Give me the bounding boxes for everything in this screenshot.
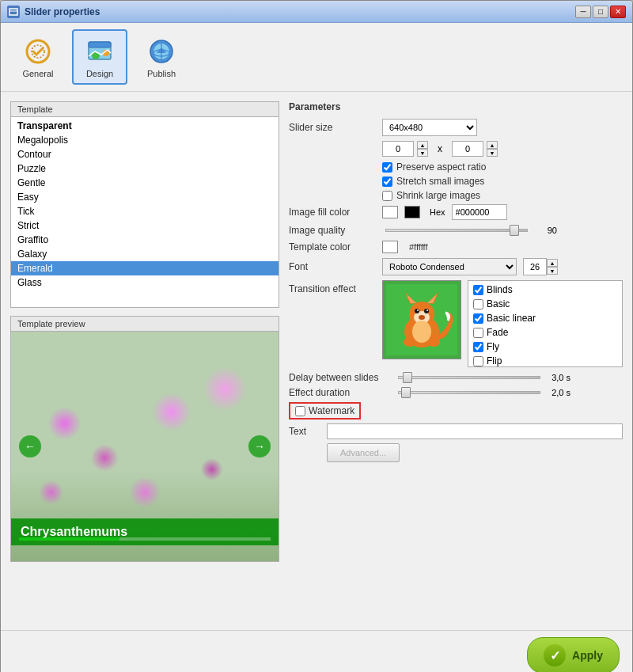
image-quality-value: 90 [537,226,557,235]
text-input[interactable] [327,423,623,439]
transition-fly-checkbox[interactable] [473,342,483,352]
list-item[interactable]: Strict [11,218,279,233]
general-tab[interactable]: General [10,29,66,85]
image-fill-color-row: Image fill color Hex [289,204,623,220]
progress-bar-track [19,537,271,541]
preserve-aspect-label: Preserve aspect ratio [396,161,486,173]
transition-item-basic-linear: Basic linear [470,311,620,325]
design-icon [84,36,116,67]
image-fill-color-swatch-black[interactable] [404,206,420,218]
apply-check-icon: ✓ [544,644,566,666]
dimensions-x-separator: x [434,143,445,154]
delay-slides-thumb[interactable] [403,372,412,383]
image-quality-row: Image quality 90 [289,225,623,236]
toolbar: General Design [1,23,632,92]
height-input[interactable]: 0 [452,141,483,157]
slider-size-row: Slider size 640x480 800x600 1024x768 Cus… [289,119,623,136]
transition-basic-checkbox[interactable] [473,299,483,309]
list-item[interactable]: Glass [11,275,279,290]
transition-fade-label: Fade [487,327,508,338]
font-size-increment-button[interactable]: ▲ [547,259,558,267]
font-size-spinner-btns: ▲ ▼ [547,259,558,275]
transition-item-fade: Fade [470,325,620,340]
delay-slides-slider[interactable] [398,376,540,379]
apply-button[interactable]: ✓ Apply [527,637,620,672]
transition-basic-linear-label: Basic linear [487,313,536,324]
stretch-small-label: Stretch small images [396,176,484,187]
svg-rect-0 [9,9,17,15]
height-increment-button[interactable]: ▲ [487,141,498,149]
list-item[interactable]: Tick [11,204,279,218]
publish-label: Publish [147,69,176,78]
prev-slide-button[interactable]: ← [19,435,41,457]
transition-item-flip: Flip [470,354,620,367]
text-row: Text [289,423,623,439]
width-increment-button[interactable]: ▲ [417,141,428,149]
template-panel: Template Transparent Megalopolis Contour… [10,101,279,308]
stretch-small-checkbox[interactable] [382,177,392,187]
list-item[interactable]: Easy [11,190,279,204]
svg-rect-5 [89,42,111,47]
watermark-checkbox-wrapper: Watermark [289,402,361,420]
content-area: Template Transparent Megalopolis Contour… [1,92,632,630]
transition-item-fly: Fly [470,340,620,354]
width-input[interactable]: 0 [382,141,414,157]
template-panel-title: Template [11,102,279,117]
effect-duration-slider[interactable] [398,391,540,394]
publish-tab[interactable]: Publish [134,29,189,85]
height-spinner-btns: ▲ ▼ [487,141,498,157]
font-size-decrement-button[interactable]: ▼ [547,267,558,275]
transition-blinds-label: Blinds [487,284,513,295]
template-color-label: Template color [289,241,376,252]
transition-basic-linear-checkbox[interactable] [473,313,483,324]
list-item[interactable]: Gentle [11,176,279,190]
watermark-checkbox[interactable] [295,406,305,416]
effect-duration-row: Effect duration 2,0 s [289,387,623,398]
advanced-button[interactable]: Advanced... [327,443,400,462]
caption-text: Chrysanthemums [21,525,127,538]
list-item[interactable]: Graffito [11,233,279,247]
font-select[interactable]: Roboto Condensed Arial Helvetica [382,258,517,275]
image-quality-slider-track[interactable] [385,229,528,232]
list-item[interactable]: Contour [11,147,279,161]
dimensions-row: 0 ▲ ▼ x 0 ▲ ▼ [382,141,623,157]
font-size-input[interactable] [523,258,547,275]
slider-size-select[interactable]: 640x480 800x600 1024x768 Custom [382,119,477,136]
list-item-emerald[interactable]: Emerald [11,261,279,275]
right-panel: Parameters Slider size 640x480 800x600 1… [289,101,623,621]
list-item[interactable]: Puzzle [11,161,279,176]
transition-item-basic: Basic [470,297,620,311]
transition-list: Blinds Basic Basic linear Fade [468,280,623,367]
width-decrement-button[interactable]: ▼ [417,149,428,157]
image-fill-hex-input[interactable] [452,204,507,220]
shrink-large-checkbox[interactable] [382,191,392,201]
image-fill-color-swatch-white[interactable] [382,206,398,218]
effect-duration-thumb[interactable] [401,387,411,398]
next-slide-button[interactable]: → [248,435,271,457]
design-tab[interactable]: Design [72,29,127,85]
list-item[interactable]: Transparent [11,119,279,133]
svg-point-27 [412,321,431,343]
preview-caption: Chrysanthemums [11,518,279,545]
delay-slides-row: Delay between slides 3,0 s [289,372,623,383]
left-panel: Template Transparent Megalopolis Contour… [10,101,279,621]
close-button[interactable]: ✕ [610,6,626,18]
template-color-swatch[interactable] [382,241,398,253]
transition-item-blinds: Blinds [470,283,620,297]
effect-duration-label: Effect duration [289,387,392,398]
footer: ✓ Apply [1,630,632,672]
design-label: Design [86,69,113,78]
preserve-aspect-checkbox[interactable] [382,162,392,173]
template-list: Transparent Megalopolis Contour Puzzle G… [11,117,279,307]
height-decrement-button[interactable]: ▼ [487,149,498,157]
list-item[interactable]: Galaxy [11,247,279,261]
transition-flip-checkbox[interactable] [473,356,483,366]
transition-preview-image [386,284,457,355]
minimize-button[interactable]: ─ [575,6,591,18]
list-item[interactable]: Megalopolis [11,133,279,147]
window-controls: ─ □ ✕ [575,6,626,18]
image-quality-slider-thumb[interactable] [510,225,519,236]
maximize-button[interactable]: □ [593,6,608,18]
transition-blinds-checkbox[interactable] [473,285,483,295]
transition-fade-checkbox[interactable] [473,328,483,338]
